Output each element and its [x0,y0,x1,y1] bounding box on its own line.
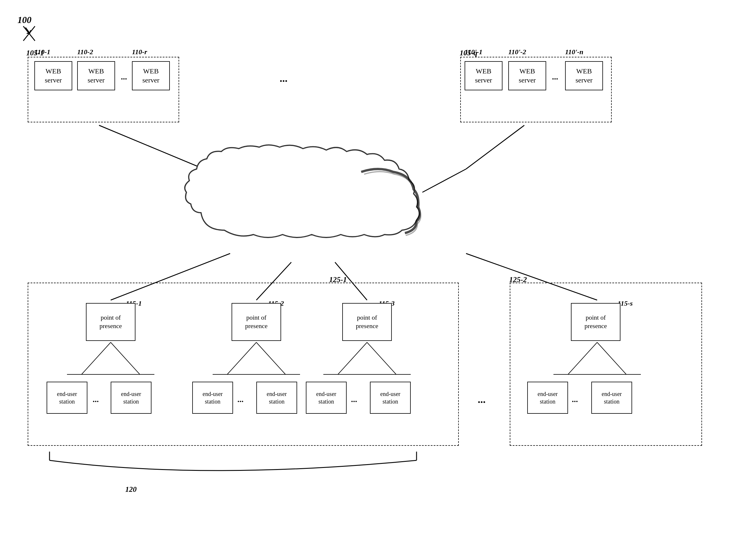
figure-arrow: ↘ [22,23,32,37]
server-dots-right-mid: ... [552,72,558,82]
server-dots-left: ... [121,72,127,82]
web-server-110p-n: WEB server [565,61,603,90]
station-115-s-b: end-user station [591,382,632,414]
station-115-3-b: end-user station [370,382,411,414]
diagram: 100 ↘ 105-1 110-1 WEB server 110-2 WEB s… [0,0,739,560]
label-120: 120 [125,485,137,494]
label-125-1: 125-1 [329,275,347,284]
label-110-r: 110-r [132,48,147,56]
station-115-2-b: end-user station [256,382,297,414]
station-dots-115-3: ... [351,395,357,404]
cloud-svg [181,143,443,265]
web-server-110p-2: WEB server [508,61,546,90]
station-115-1-a: end-user station [47,382,88,414]
label-110-2: 110-2 [77,48,93,56]
station-dots-115-s: ... [572,395,578,404]
pop-115-1: point of presence [86,303,135,341]
web-server-110p-1: WEB server [465,61,502,90]
station-dots-115-2: ... [238,395,244,404]
pop-115-2: point of presence [232,303,281,341]
label-110p-n: 110'-n [565,48,583,56]
svg-line-4 [466,125,524,169]
station-115-2-a: end-user station [192,382,233,414]
label-125-2: 125-2 [509,275,527,284]
middle-dots: ... [280,72,288,85]
label-110p-2: 110'-2 [508,48,526,56]
pop-115-3: point of presence [342,303,392,341]
label-110p-1: 110'-1 [465,48,482,56]
pop-group-dots: ... [478,393,485,406]
station-115-s-a: end-user station [527,382,568,414]
pop-115-s: point of presence [571,303,620,341]
web-server-110-1: WEB server [34,61,72,90]
station-115-1-b: end-user station [111,382,151,414]
station-115-3-a: end-user station [306,382,347,414]
station-dots-115-1: ... [93,395,99,404]
web-server-110-2: WEB server [77,61,115,90]
web-server-110-r: WEB server [132,61,170,90]
cloud-network [181,143,443,265]
label-110-1: 110-1 [34,48,50,56]
